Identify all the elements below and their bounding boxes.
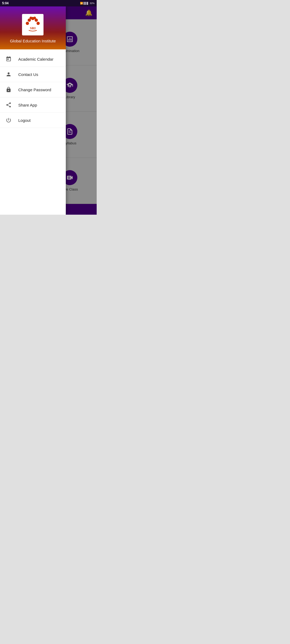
contact-icon <box>5 71 12 78</box>
share-icon <box>5 102 12 108</box>
svg-text:SRI: SRI <box>30 26 36 30</box>
drawer-item-academic-calendar[interactable]: Academic Calendar <box>0 52 66 67</box>
logout-label: Logout <box>18 118 31 123</box>
power-icon <box>5 117 12 123</box>
status-time: 5:04 <box>2 1 9 5</box>
status-icons: 📶 ▌▌▌ 32% <box>80 2 95 5</box>
svg-point-3 <box>26 22 29 25</box>
drawer-item-share-app[interactable]: Share App <box>0 97 66 113</box>
drawer-logo: SRI <box>22 14 44 35</box>
status-bar: 5:04 📶 ▌▌▌ 32% <box>0 0 97 6</box>
drawer-item-change-password[interactable]: Change Password <box>0 82 66 97</box>
drawer-header: SRI Global Education Institute <box>0 6 66 49</box>
side-drawer: SRI Global Education Institute Academic … <box>0 6 66 215</box>
battery-icon: 32% <box>90 2 95 5</box>
share-app-label: Share App <box>18 103 37 107</box>
wifi-icon: 📶 <box>80 2 83 5</box>
academic-calendar-label: Academic Calendar <box>18 57 53 61</box>
drawer-item-logout[interactable]: Logout <box>0 113 66 128</box>
svg-point-5 <box>30 17 32 19</box>
drawer-menu: Academic Calendar Contact Us Chang <box>0 49 66 215</box>
contact-us-label: Contact Us <box>18 72 38 77</box>
svg-point-6 <box>33 17 36 19</box>
calendar-icon <box>5 56 12 62</box>
change-password-label: Change Password <box>18 87 51 92</box>
app-container: Institute 🔔 Examination Library <box>0 6 97 215</box>
lock-icon <box>5 86 12 93</box>
drawer-item-contact-us[interactable]: Contact Us <box>0 67 66 82</box>
sri-logo-icon: SRI <box>23 15 42 34</box>
drawer-subtitle: Global Education Institute <box>10 39 56 43</box>
signal-icon: ▌▌▌ <box>84 2 89 5</box>
svg-point-4 <box>37 22 40 25</box>
